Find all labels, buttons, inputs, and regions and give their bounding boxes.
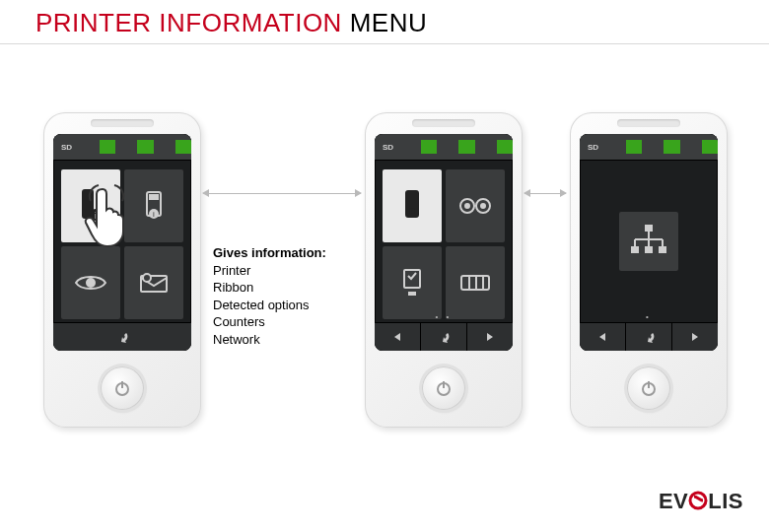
svg-rect-4 <box>150 195 158 199</box>
prev-icon <box>392 332 402 342</box>
screen-2: SD • • <box>375 134 513 351</box>
mail-icon <box>139 272 169 294</box>
info-item: Detected options <box>213 297 326 314</box>
logo-post: LIS <box>708 489 743 513</box>
page-dots: • <box>580 312 718 321</box>
status-icon-2 <box>664 140 680 154</box>
svg-point-16 <box>465 204 469 208</box>
info-item: Ribbon <box>213 279 326 297</box>
power-icon <box>435 379 453 397</box>
navbar <box>580 322 718 351</box>
svg-rect-26 <box>646 226 652 231</box>
info-block: Gives information: Printer Ribbon Detect… <box>213 244 326 348</box>
network-icon <box>629 224 668 259</box>
status-icon-3 <box>175 140 192 154</box>
status-icon-2 <box>458 140 475 154</box>
nav-prev[interactable] <box>580 323 626 351</box>
info-item: Network <box>213 331 326 349</box>
status-icon-1 <box>626 140 643 154</box>
arrow-2 <box>524 193 566 194</box>
svg-rect-34 <box>660 247 665 252</box>
nav-back[interactable] <box>53 323 191 351</box>
back-icon <box>437 330 451 344</box>
tile-ribbon[interactable] <box>446 169 505 242</box>
tile-network[interactable] <box>619 212 678 271</box>
tile-counters[interactable] <box>446 246 505 319</box>
power-button[interactable] <box>422 366 465 410</box>
status-icon-1 <box>421 140 438 154</box>
brand-logo: EVLIS <box>659 489 743 514</box>
sd-label: SD <box>383 143 399 152</box>
svg-point-13 <box>410 209 414 213</box>
svg-point-7 <box>87 279 95 287</box>
nav-next[interactable] <box>467 323 513 351</box>
menu-single <box>597 169 700 313</box>
back-icon <box>642 330 656 344</box>
options-icon <box>400 268 424 298</box>
power-icon <box>113 379 131 397</box>
svg-text:i: i <box>153 210 155 219</box>
info-item: Counters <box>213 313 326 331</box>
back-icon <box>115 330 129 344</box>
sd-label: SD <box>61 143 78 152</box>
tile-card-info[interactable]: i <box>124 169 183 242</box>
screen-1: SD i i <box>53 134 191 351</box>
prev-icon <box>597 332 607 342</box>
view-icon <box>74 273 107 293</box>
ribbon-icon <box>458 195 492 217</box>
status-icon-1 <box>100 140 116 154</box>
device-3: SD • <box>570 112 728 428</box>
page-dots: • • <box>375 312 513 321</box>
statusbar: SD <box>375 134 513 161</box>
statusbar: SD <box>580 134 718 161</box>
info-heading: Gives information: <box>213 244 326 262</box>
svg-rect-32 <box>632 247 638 252</box>
nav-back[interactable] <box>626 323 672 351</box>
page-title: PRINTER INFORMATION MENU <box>35 8 427 38</box>
statusbar: SD <box>53 134 191 161</box>
svg-rect-19 <box>408 292 416 296</box>
sd-label: SD <box>588 143 604 152</box>
tile-printer-info[interactable]: i <box>61 169 120 242</box>
counters-icon <box>459 273 491 293</box>
logo-accent <box>688 489 708 514</box>
title-black: MENU <box>350 8 428 37</box>
printer-icon <box>400 189 424 223</box>
device-slot <box>617 119 680 127</box>
svg-rect-33 <box>646 247 652 252</box>
nav-back[interactable] <box>421 323 467 351</box>
title-red: PRINTER INFORMATION <box>35 8 350 37</box>
device-slot <box>91 119 154 127</box>
tile-mail[interactable] <box>124 246 183 319</box>
status-icon-3 <box>497 140 514 154</box>
device-2: SD • • <box>365 112 523 428</box>
arrow-1 <box>203 193 361 194</box>
navbar <box>53 322 191 351</box>
menu-grid: i i <box>61 169 183 319</box>
status-icon-2 <box>137 140 154 154</box>
svg-point-9 <box>143 274 151 282</box>
next-icon <box>485 332 495 342</box>
tile-options[interactable] <box>383 246 442 319</box>
printer-info-icon: i <box>75 188 106 224</box>
power-button[interactable] <box>101 366 144 410</box>
svg-point-37 <box>690 493 706 508</box>
tile-view[interactable] <box>61 246 120 319</box>
power-icon <box>640 379 658 397</box>
card-info-icon: i <box>140 190 168 222</box>
device-1: SD i i <box>43 112 201 428</box>
title-rule <box>0 43 769 44</box>
logo-pre: EV <box>659 489 688 513</box>
device-slot <box>412 119 475 127</box>
nav-next[interactable] <box>672 323 718 351</box>
status-icon-3 <box>702 140 719 154</box>
menu-grid <box>383 169 505 319</box>
svg-text:i: i <box>95 211 97 221</box>
power-button[interactable] <box>627 366 670 410</box>
svg-point-17 <box>481 204 485 208</box>
next-icon <box>690 332 700 342</box>
nav-prev[interactable] <box>375 323 421 351</box>
screen-3: SD • <box>580 134 718 351</box>
tile-printer[interactable] <box>383 169 442 242</box>
navbar <box>375 322 513 351</box>
